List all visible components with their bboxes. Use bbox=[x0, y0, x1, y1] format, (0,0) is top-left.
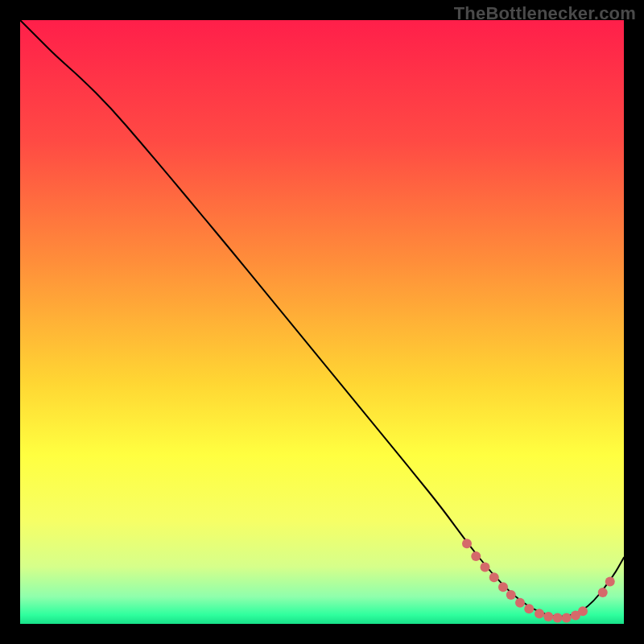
marker-dot bbox=[515, 598, 525, 608]
bottleneck-chart bbox=[0, 0, 644, 644]
marker-dot bbox=[543, 612, 553, 621]
marker-dot bbox=[578, 606, 588, 616]
marker-dot bbox=[535, 609, 544, 618]
marker-dot bbox=[471, 551, 481, 561]
marker-dot bbox=[506, 590, 516, 600]
plot-background bbox=[20, 20, 624, 624]
chart-stage: TheBottlenecker.com bbox=[0, 0, 644, 644]
marker-dot bbox=[498, 582, 508, 592]
marker-dot bbox=[562, 613, 572, 623]
marker-dot bbox=[462, 539, 472, 548]
marker-dot bbox=[481, 563, 490, 572]
marker-dot bbox=[553, 613, 563, 623]
marker-dot bbox=[524, 604, 534, 613]
marker-dot bbox=[605, 577, 615, 587]
marker-dot bbox=[489, 572, 499, 582]
marker-dot bbox=[598, 588, 608, 597]
